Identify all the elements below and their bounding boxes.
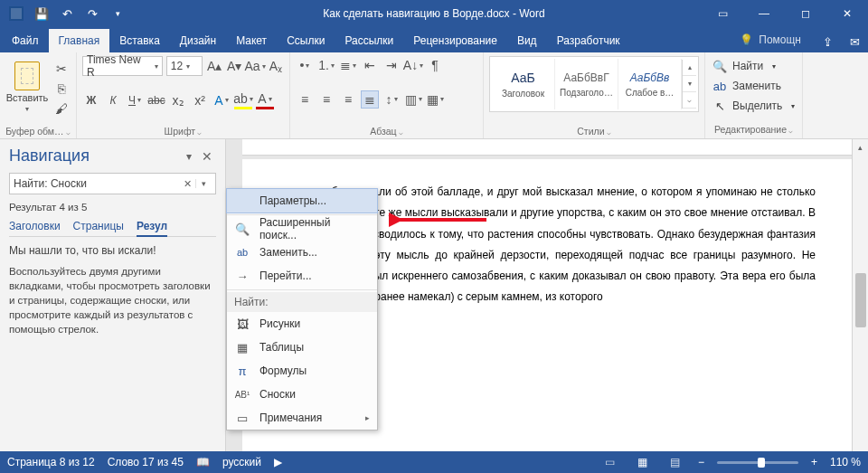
- align-center-icon[interactable]: ≡: [317, 90, 335, 109]
- styles-scroll[interactable]: ▴▾⌵: [682, 60, 696, 109]
- subscript-icon[interactable]: x₂: [169, 91, 187, 109]
- macro-icon[interactable]: ▶: [274, 456, 282, 468]
- print-layout-icon[interactable]: ▦: [633, 456, 653, 468]
- web-layout-icon[interactable]: ▤: [665, 456, 685, 468]
- style-emphasis[interactable]: АаБбВв Слабое в…: [618, 59, 682, 109]
- horizontal-ruler[interactable]: [242, 139, 852, 156]
- nav-tab-pages[interactable]: Страницы: [73, 220, 124, 232]
- tab-home[interactable]: Главная: [49, 29, 110, 52]
- numbering-icon[interactable]: 1.: [317, 56, 335, 74]
- find-button[interactable]: 🔍Найти▾: [712, 56, 795, 76]
- nav-options-icon[interactable]: ▾: [180, 150, 198, 163]
- minimize-icon[interactable]: ―: [743, 0, 785, 27]
- status-page[interactable]: Страница 8 из 12: [7, 456, 95, 468]
- style-subtitle[interactable]: АаБбВвГ Подзаголо…: [555, 59, 618, 109]
- bold-icon[interactable]: Ж: [82, 91, 100, 109]
- strikethrough-icon[interactable]: abc: [147, 91, 165, 109]
- format-painter-icon[interactable]: 🖌: [52, 99, 71, 118]
- find-icon: 🔍: [712, 60, 727, 73]
- replace-button[interactable]: abЗаменить: [712, 76, 795, 96]
- zoom-in-icon[interactable]: +: [811, 456, 817, 468]
- read-mode-icon[interactable]: ▭: [600, 456, 620, 468]
- menu-footnotes[interactable]: AB¹Сноски: [227, 383, 377, 406]
- zoom-slider[interactable]: [717, 461, 798, 464]
- menu-advanced-find[interactable]: 🔍Расширенный поиск...: [227, 217, 377, 241]
- tab-layout[interactable]: Макет: [226, 29, 277, 52]
- bullets-icon[interactable]: •: [296, 56, 314, 74]
- menu-tables[interactable]: ▦Таблицы: [227, 336, 377, 359]
- style-heading[interactable]: АаБ Заголовок: [492, 59, 555, 109]
- status-words[interactable]: Слово 17 из 45: [108, 456, 184, 468]
- group-font: Times New R▾ 12▾ A▴ A▾ Aa Aᵪ Ж К Ч abc x…: [77, 52, 290, 138]
- zoom-level[interactable]: 110 %: [830, 456, 861, 468]
- share-icon[interactable]: ⇪: [814, 31, 841, 52]
- borders-icon[interactable]: ▦: [426, 90, 444, 109]
- tab-file[interactable]: Файл: [2, 29, 49, 52]
- save-icon[interactable]: 💾: [31, 3, 52, 24]
- justify-icon[interactable]: ≣: [361, 90, 379, 109]
- styles-gallery[interactable]: АаБ Заголовок АаБбВвГ Подзаголо… АаБбВв …: [489, 56, 699, 112]
- nav-tab-results[interactable]: Резул: [137, 220, 167, 237]
- tab-mailings[interactable]: Рассылки: [335, 29, 403, 52]
- menu-goto[interactable]: →Перейти...: [227, 264, 377, 288]
- font-size-combo[interactable]: 12▾: [166, 56, 203, 76]
- nav-tab-headings[interactable]: Заголовки: [9, 220, 61, 232]
- align-left-icon[interactable]: ≡: [296, 90, 314, 109]
- nav-search-dropdown-icon[interactable]: ▾: [195, 179, 212, 188]
- highlight-icon[interactable]: ab: [234, 91, 252, 109]
- increase-indent-icon[interactable]: ⇥: [382, 56, 401, 74]
- shading-icon[interactable]: ▥: [404, 90, 422, 109]
- superscript-icon[interactable]: x²: [191, 91, 209, 109]
- word-icon[interactable]: [5, 3, 27, 24]
- status-language[interactable]: русский: [222, 456, 261, 468]
- font-family-combo[interactable]: Times New R▾: [82, 56, 163, 76]
- cut-icon[interactable]: ✂: [52, 60, 71, 78]
- undo-icon[interactable]: ↶: [56, 3, 78, 24]
- redo-icon[interactable]: ↷: [81, 3, 103, 24]
- tab-developer[interactable]: Разработчик: [547, 29, 630, 52]
- clear-formatting-icon[interactable]: Aᵪ: [268, 57, 284, 75]
- text-effects-icon[interactable]: A: [212, 91, 231, 109]
- vertical-scrollbar[interactable]: ▴: [852, 139, 868, 451]
- scroll-thumb[interactable]: [855, 273, 866, 327]
- font-color-icon[interactable]: A: [256, 91, 274, 109]
- proofing-icon[interactable]: 📖: [196, 456, 210, 468]
- menu-replace[interactable]: abЗаменить...: [227, 241, 377, 264]
- decrease-indent-icon[interactable]: ⇤: [361, 56, 379, 74]
- tab-review[interactable]: Рецензирование: [403, 29, 507, 52]
- menu-options[interactable]: Параметры...: [227, 189, 377, 213]
- menu-pictures[interactable]: 🖼Рисунки: [227, 312, 377, 336]
- close-icon[interactable]: ✕: [826, 0, 868, 27]
- menu-comments[interactable]: ▭Примечания▸: [227, 406, 377, 430]
- comments-icon[interactable]: ✉: [841, 31, 868, 52]
- scroll-up-icon[interactable]: ▴: [858, 139, 863, 156]
- select-button[interactable]: ↖Выделить▾: [712, 96, 795, 116]
- nav-search-input[interactable]: Найти: Сноски ✕ ▾: [9, 173, 216, 194]
- tab-design[interactable]: Дизайн: [170, 29, 226, 52]
- shrink-font-icon[interactable]: A▾: [226, 57, 242, 75]
- copy-icon[interactable]: ⎘: [52, 80, 71, 98]
- align-right-icon[interactable]: ≡: [339, 90, 357, 109]
- underline-icon[interactable]: Ч: [126, 91, 144, 109]
- menu-formulas[interactable]: πФормулы: [227, 359, 377, 383]
- tab-view[interactable]: Вид: [507, 29, 547, 52]
- ribbon-options-icon[interactable]: ▭: [702, 0, 743, 27]
- nav-close-icon[interactable]: ✕: [198, 149, 216, 164]
- line-spacing-icon[interactable]: ↕: [382, 90, 401, 109]
- multilevel-icon[interactable]: ≣: [339, 56, 357, 74]
- italic-icon[interactable]: К: [104, 91, 122, 109]
- sort-icon[interactable]: A↓: [404, 56, 422, 74]
- show-marks-icon[interactable]: ¶: [426, 56, 444, 74]
- zoom-out-icon[interactable]: −: [698, 456, 704, 468]
- footnote-icon: AB¹: [234, 390, 250, 400]
- qat-customize-icon[interactable]: ▾: [107, 3, 128, 24]
- tab-references[interactable]: Ссылки: [277, 29, 335, 52]
- change-case-icon[interactable]: Aa: [246, 57, 264, 75]
- tell-me[interactable]: 💡Помощн: [740, 27, 807, 52]
- paste-button[interactable]: Вставить ▾: [5, 60, 49, 115]
- nav-found-message: Мы нашли то, что вы искали!: [9, 244, 216, 257]
- grow-font-icon[interactable]: A▴: [206, 57, 222, 75]
- tab-insert[interactable]: Вставка: [109, 29, 170, 52]
- nav-search-clear-icon[interactable]: ✕: [184, 178, 192, 190]
- maximize-icon[interactable]: ◻: [785, 0, 826, 27]
